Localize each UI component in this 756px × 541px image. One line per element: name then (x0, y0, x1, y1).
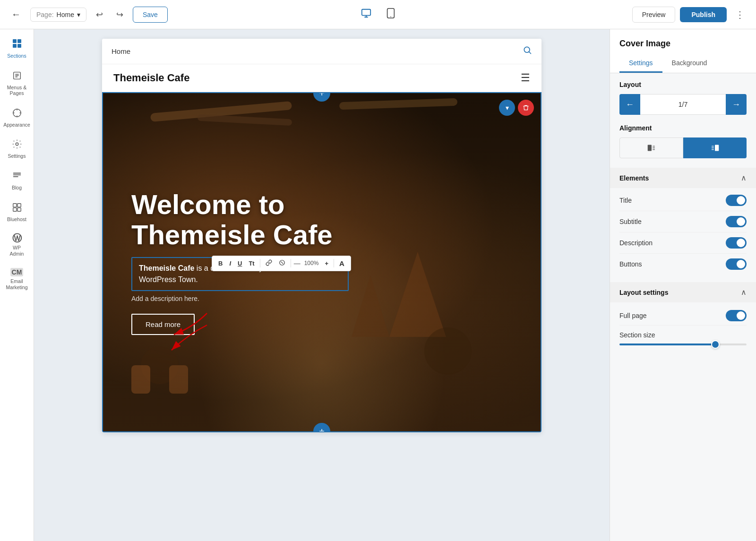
panel-tabs: Settings Background (619, 54, 747, 73)
alignment-group (619, 137, 747, 158)
cover-controls: ▾ (499, 100, 534, 116)
elements-header[interactable]: Elements ∧ (610, 168, 756, 188)
topbar-left: ← Page: Home ▾ ↩ ↪ Save (8, 7, 352, 23)
svg-rect-10 (13, 203, 16, 206)
toolbar-strikethrough-button[interactable]: Tt (246, 258, 257, 268)
browser-header: Home (102, 39, 541, 64)
layout-next-button[interactable]: → (726, 94, 747, 115)
element-label-subtitle: Subtitle (619, 218, 642, 225)
toggle-title[interactable] (726, 195, 747, 206)
redo-button[interactable]: ↪ (112, 8, 127, 22)
layout-settings-header[interactable]: Layout settings ∧ (610, 282, 756, 302)
slider-thumb[interactable] (711, 340, 720, 349)
section-size-slider[interactable] (619, 343, 747, 345)
sidebar-item-bluehost[interactable]: Bluehost (2, 198, 32, 227)
sidebar-item-label-sections: Sections (7, 53, 26, 59)
elements-title: Elements (619, 174, 649, 182)
toolbar-bold-button[interactable]: B (216, 258, 225, 268)
toolbar-italic-button[interactable]: I (227, 258, 233, 268)
toolbar-increase-button[interactable]: + (322, 258, 331, 268)
svg-rect-13 (17, 207, 20, 211)
tab-settings[interactable]: Settings (619, 54, 662, 73)
sidebar-item-wpadmin[interactable]: Ⓦ WP Admin (2, 229, 32, 261)
cover-description[interactable]: Add a description here. (131, 295, 512, 302)
hamburger-icon[interactable]: ☰ (521, 72, 530, 84)
desktop-device-button[interactable] (357, 6, 375, 23)
toggle-subtitle[interactable] (726, 216, 747, 227)
browser-url: Home (112, 47, 130, 55)
svg-rect-18 (647, 145, 651, 151)
align-left-button[interactable] (619, 137, 683, 158)
menus-icon (12, 70, 22, 83)
site-title: Themeisle Cafe (113, 72, 189, 84)
section-collapse-button[interactable]: ▾ (499, 100, 515, 116)
toolbar-link-button[interactable] (263, 258, 275, 269)
svg-line-16 (281, 261, 283, 264)
publish-button[interactable]: Publish (680, 7, 727, 22)
page-selector-value: Home (57, 11, 74, 18)
cover-title[interactable]: Welcome to Themeisle Cafe (131, 189, 368, 250)
sidebar-item-appearance[interactable]: Appearance (2, 103, 32, 133)
preview-button[interactable]: Preview (632, 7, 676, 23)
search-icon[interactable] (523, 45, 532, 57)
wpadmin-icon: Ⓦ (12, 233, 22, 243)
site-header: Themeisle Cafe ☰ (102, 64, 541, 92)
page-selector-label: Page: (36, 11, 54, 18)
layout-nav: ← 1/7 → (619, 94, 747, 115)
mobile-device-button[interactable] (383, 6, 399, 23)
page-selector[interactable]: Page: Home ▾ (30, 8, 86, 22)
sidebar-item-label-appearance: Appearance (3, 122, 30, 128)
element-label-title: Title (619, 197, 632, 204)
panel-title: Cover Image (619, 39, 747, 49)
page-dropdown-icon: ▾ (77, 11, 80, 18)
layout-section: Layout ← 1/7 → (619, 81, 747, 115)
full-page-label: Full page (619, 312, 647, 319)
sidebar-item-label-bluehost: Bluehost (7, 216, 26, 223)
topbar-center (357, 6, 399, 23)
svg-rect-5 (13, 44, 17, 48)
layout-settings-title: Layout settings (619, 289, 668, 296)
email-icon: CM (10, 268, 24, 276)
more-options-button[interactable]: ⋮ (731, 7, 748, 22)
cover-subtitle-bold: Themeisle Cafe (139, 264, 194, 272)
sidebar-item-email[interactable]: CM Email Marketing (2, 263, 32, 295)
toolbar-dash: — (294, 259, 301, 267)
cover-section: + ▾ ❮ ❯ (102, 92, 541, 432)
cover-read-more-button[interactable]: Read more (131, 314, 195, 335)
sidebar-item-settings[interactable]: Settings (2, 134, 32, 164)
full-page-row: Full page (619, 304, 747, 326)
toolbar-underline-button[interactable]: U (235, 258, 244, 268)
right-panel: Cover Image Settings Background Layout ←… (610, 29, 756, 541)
align-right-button[interactable] (683, 137, 747, 158)
svg-rect-6 (17, 44, 21, 48)
save-button[interactable]: Save (133, 7, 168, 23)
text-editor-toolbar: B I U Tt — (212, 256, 351, 271)
element-row-buttons: Buttons (619, 254, 747, 275)
undo-button[interactable]: ↩ (92, 8, 107, 22)
toggle-buttons[interactable] (726, 258, 747, 270)
element-label-description: Description (619, 239, 653, 247)
tab-background[interactable]: Background (662, 54, 717, 73)
svg-rect-11 (17, 203, 20, 206)
section-delete-button[interactable] (518, 100, 534, 116)
layout-prev-button[interactable]: ← (619, 94, 640, 115)
svg-rect-4 (17, 39, 21, 43)
bluehost-icon (12, 202, 22, 215)
toolbar-font-button[interactable]: A (337, 258, 347, 269)
sidebar-item-label-wpadmin: WP Admin (6, 245, 28, 257)
sidebar-item-label-blog: Blog (12, 185, 22, 191)
toggle-full-page[interactable] (726, 310, 747, 321)
sidebar-item-blog[interactable]: Blog (2, 166, 32, 196)
toolbar-unlink-button[interactable] (276, 258, 288, 269)
back-button[interactable]: ← (8, 7, 25, 22)
sidebar-item-label-email: Email Marketing (6, 278, 28, 290)
sidebar-item-sections[interactable]: Sections (2, 33, 32, 64)
sidebar-item-label-settings: Settings (8, 153, 26, 159)
sidebar-item-menus[interactable]: Menus & Pages (2, 66, 32, 101)
layout-settings-body: Full page Section size (619, 304, 747, 351)
cover-background-image: Welcome to Themeisle Cafe B I U Tt (103, 93, 541, 431)
toggle-description[interactable] (726, 237, 747, 249)
section-size-label: Section size (619, 331, 747, 339)
layout-label: Layout (619, 81, 747, 88)
section-size-row: Section size (619, 326, 747, 351)
